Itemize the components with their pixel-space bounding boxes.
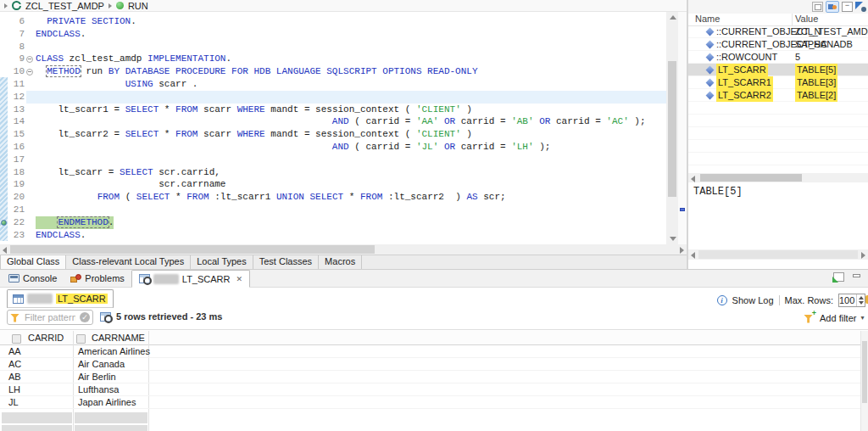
show-logical-structures-icon[interactable]: [826, 1, 839, 13]
code-line-16[interactable]: 16 AND ( carrid = 'JL' OR carrid = 'LH' …: [0, 141, 666, 154]
carrid-column-header[interactable]: CARRID: [28, 333, 64, 343]
code-line-8[interactable]: 8: [0, 41, 666, 53]
code-line-10[interactable]: 10 METHOD run BY DATABASE PROCEDURE FOR …: [0, 65, 666, 78]
result-subtab[interactable]: LT_SCARR: [7, 289, 114, 308]
code-line-17[interactable]: 17: [0, 154, 666, 166]
line-number: 6: [0, 15, 25, 28]
fold-icon[interactable]: [26, 69, 33, 76]
code-line-9[interactable]: 9CLASS zcl_test_amdp IMPLEMENTATION.: [0, 53, 666, 65]
close-icon[interactable]: ✕: [236, 275, 242, 283]
breadcrumb-class[interactable]: ZCL_TEST_AMDP: [25, 1, 104, 11]
bottom-tab-console[interactable]: Console: [2, 270, 64, 287]
code-line-13[interactable]: 13 lt_scarr1 = SELECT * FROM scarr WHERE…: [0, 104, 666, 116]
variable-row[interactable]: ::ROWCOUNT5: [688, 51, 868, 64]
minimize-icon[interactable]: [852, 273, 861, 281]
table-row[interactable]: AAAmerican Airlines: [0, 345, 868, 358]
table-row[interactable]: ACAir Canada: [0, 358, 868, 371]
variables-horizontal-scrollbar[interactable]: [688, 173, 868, 182]
data-preview-icon: [100, 312, 111, 322]
scrollbar-thumb[interactable]: [700, 174, 802, 182]
code-line-21[interactable]: 21: [0, 204, 666, 216]
breakpoint-icon[interactable]: [1, 220, 7, 226]
code-line-7[interactable]: 7ENDCLASS.: [0, 28, 666, 41]
fold-icon[interactable]: [26, 56, 33, 63]
scroll-left-icon[interactable]: [691, 176, 695, 182]
filter-input[interactable]: [23, 311, 77, 323]
result-grid: AAAmerican AirlinesACAir CanadaABAir Ber…: [0, 345, 868, 409]
code-line-23[interactable]: 23ENDCLASS.: [0, 229, 666, 242]
breakpoint-marker[interactable]: [680, 208, 685, 211]
editor-vertical-scrollbar[interactable]: [666, 12, 678, 244]
add-filter-label[interactable]: Add filter: [820, 313, 856, 323]
variable-detail-pane[interactable]: TABLE[5]: [688, 182, 868, 249]
empty-cell: [75, 425, 147, 431]
chevron-right-icon[interactable]: [4, 3, 8, 8]
chevron-right-icon[interactable]: [108, 3, 112, 8]
carrname-column-header[interactable]: CARRNAME: [92, 333, 145, 343]
bottom-tab-lt-scarr[interactable]: LT_SCARR✕: [131, 270, 250, 288]
spin-up-icon[interactable]: [859, 296, 864, 299]
editor-horizontal-scrollbar[interactable]: [0, 244, 687, 255]
line-number: 21: [0, 204, 25, 216]
tab-macros[interactable]: Macros: [319, 255, 362, 269]
variable-row[interactable]: ::CURRENT_OBJECT_NZCL_TEST_AMDP=>: [688, 25, 868, 38]
line-number: 17: [0, 154, 25, 166]
status-text: 5 rows retrieved - 23 ms: [116, 311, 222, 322]
spin-down-icon[interactable]: [859, 301, 864, 305]
view-menu-icon[interactable]: [855, 2, 866, 12]
scroll-down-icon[interactable]: [670, 237, 676, 241]
code-line-22[interactable]: 22 ENDMETHOD.: [0, 216, 666, 229]
scrollbar-thumb[interactable]: [668, 61, 676, 197]
line-number: 16: [0, 141, 25, 154]
code-text: scr.carrname: [36, 178, 225, 191]
variable-row[interactable]: LT_SCARR2TABLE[2]: [688, 89, 868, 102]
line-number: 11: [0, 78, 25, 91]
code-line-14[interactable]: 14 AND ( carrid = 'AA' OR carrid = 'AB' …: [0, 115, 666, 128]
open-new-window-icon[interactable]: [833, 272, 844, 282]
name-column-header[interactable]: Name: [695, 14, 720, 24]
column-divider[interactable]: [792, 14, 793, 25]
scrollbar-thumb[interactable]: [862, 341, 867, 403]
variable-row[interactable]: LT_SCARR1TABLE[3]: [688, 76, 868, 89]
table-row[interactable]: ABAir Berlin: [0, 371, 868, 383]
breadcrumb-method[interactable]: RUN: [128, 1, 148, 11]
variable-row[interactable]: ::CURRENT_OBJECT_SCSAPHANADB: [688, 38, 868, 51]
code-editor[interactable]: 6 PRIVATE SECTION.7ENDCLASS.89CLASS zcl_…: [0, 12, 687, 244]
chevron-down-icon[interactable]: ▾: [860, 314, 864, 322]
collapse-all-icon[interactable]: [842, 2, 853, 12]
code-line-18[interactable]: 18 lt_scarr = SELECT scr.carrid,: [0, 166, 666, 179]
scroll-right-icon[interactable]: [680, 247, 684, 254]
scroll-right-icon[interactable]: [861, 252, 865, 259]
code-line-11[interactable]: 11 USING scarr .: [0, 78, 666, 91]
show-type-names-icon[interactable]: [812, 2, 823, 12]
max-rows-spinner[interactable]: 100: [838, 294, 865, 307]
table-row[interactable]: JLJapan Airlines: [0, 396, 868, 409]
tab-local-types[interactable]: Local Types: [191, 255, 253, 269]
carrid-cell: AC: [8, 358, 21, 370]
code-line-15[interactable]: 15 lt_scarr2 = SELECT * FROM scarr WHERE…: [0, 128, 666, 141]
code-line-20[interactable]: 20 FROM ( SELECT * FROM :lt_scarr1 UNION…: [0, 191, 666, 204]
scrollbar-thumb[interactable]: [10, 245, 375, 254]
bottom-tab-problems[interactable]: Problems: [64, 270, 131, 287]
scroll-up-icon[interactable]: [670, 15, 676, 20]
apply-filter-icon[interactable]: [80, 312, 90, 322]
code-line-12[interactable]: 12: [0, 91, 666, 104]
variable-icon: [706, 92, 715, 100]
code-line-19[interactable]: 19 scr.carrname: [0, 178, 666, 191]
scrollbar-thumb[interactable]: [698, 250, 858, 259]
code-line-6[interactable]: 6 PRIVATE SECTION.: [0, 15, 666, 28]
show-log-link[interactable]: Show Log: [732, 295, 774, 305]
line-number: 23: [0, 229, 25, 242]
empty-cell: [2, 425, 72, 431]
scroll-left-icon[interactable]: [691, 252, 695, 259]
detail-horizontal-scrollbar[interactable]: [688, 249, 868, 260]
tab-global-class[interactable]: Global Class: [0, 255, 66, 269]
tab-class-relevant-local-types[interactable]: Class-relevant Local Types: [66, 255, 191, 269]
table-row[interactable]: LHLufthansa: [0, 383, 868, 396]
value-column-header[interactable]: Value: [795, 14, 818, 24]
tab-test-classes[interactable]: Test Classes: [253, 255, 319, 269]
scroll-left-icon[interactable]: [3, 247, 7, 254]
spinner-buttons[interactable]: [856, 294, 865, 306]
variable-row[interactable]: LT_SCARRTABLE[5]: [688, 64, 868, 76]
variable-value: ZCL_TEST_AMDP=>: [795, 25, 868, 38]
